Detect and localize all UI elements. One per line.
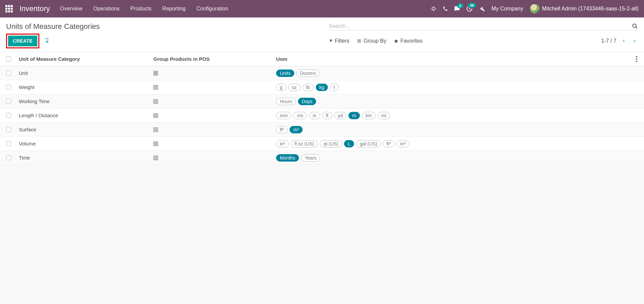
- uom-tag[interactable]: ft³: [383, 140, 394, 147]
- row-checkbox[interactable]: [6, 85, 11, 90]
- uom-tag[interactable]: Days: [298, 98, 316, 105]
- apps-icon[interactable]: [5, 5, 13, 12]
- table-row[interactable]: Length / Distancemmcminftydmkmmi: [0, 108, 644, 123]
- control-panel: Units of Measure Categories CREATE Filte…: [0, 17, 644, 52]
- debug-icon[interactable]: [430, 6, 437, 12]
- uom-tag[interactable]: Years: [301, 154, 320, 162]
- col-uom[interactable]: Uom: [274, 56, 629, 62]
- user-menu[interactable]: Mitchell Admin (17433446-saas-15-2-all): [530, 4, 639, 13]
- row-checkbox[interactable]: [6, 127, 11, 132]
- category-name: Time: [17, 155, 151, 161]
- phone-icon[interactable]: [443, 6, 448, 11]
- col-group-pos[interactable]: Group Products in POS: [151, 56, 274, 62]
- group-pos-checkbox[interactable]: [153, 156, 158, 160]
- search-input[interactable]: [329, 23, 632, 29]
- favorites-label: Favorites: [401, 38, 423, 44]
- uom-tag[interactable]: Units: [276, 70, 294, 77]
- uom-tag[interactable]: g: [276, 84, 286, 91]
- uom-tag[interactable]: qt (US): [320, 140, 342, 147]
- uom-tag[interactable]: L: [344, 140, 354, 147]
- category-name: Working Time: [17, 98, 151, 104]
- group-pos-checkbox[interactable]: [153, 85, 158, 90]
- uom-tag[interactable]: cm: [293, 112, 307, 119]
- uom-tag[interactable]: Months: [276, 154, 299, 162]
- page-title: Units of Measure Categories: [6, 22, 315, 31]
- uom-tag[interactable]: m: [348, 112, 360, 119]
- category-name: Length / Distance: [17, 113, 151, 118]
- table-row[interactable]: Working TimeHoursDays: [0, 94, 644, 108]
- uom-tag[interactable]: lb: [303, 84, 314, 91]
- row-checkbox[interactable]: [6, 71, 11, 76]
- create-button[interactable]: CREATE: [8, 36, 37, 46]
- menu-overview[interactable]: Overview: [60, 6, 83, 12]
- uom-tag[interactable]: km: [362, 112, 376, 119]
- menu-reporting[interactable]: Reporting: [162, 6, 186, 12]
- company-selector[interactable]: My Company: [492, 6, 523, 12]
- uom-tag[interactable]: mm: [276, 112, 291, 119]
- uom-tag[interactable]: in³: [276, 140, 289, 147]
- uom-tag[interactable]: in: [309, 112, 320, 119]
- groupby-label: Group By: [364, 38, 386, 44]
- filters-button[interactable]: Filters: [329, 38, 350, 44]
- uom-tag[interactable]: fl oz (US): [291, 140, 318, 147]
- table-row[interactable]: Surfaceft²m²: [0, 123, 644, 137]
- uom-tags: in³fl oz (US)qt (US)Lgal (US)ft³m³: [276, 140, 627, 147]
- app-brand[interactable]: Inventory: [20, 4, 50, 13]
- row-checkbox[interactable]: [6, 155, 11, 160]
- group-pos-checkbox[interactable]: [153, 99, 158, 104]
- export-icon[interactable]: [44, 38, 50, 44]
- pager-text: 1-7 / 7: [601, 38, 616, 44]
- uom-tag[interactable]: m²: [290, 126, 302, 133]
- table-row[interactable]: Volumein³fl oz (US)qt (US)Lgal (US)ft³m³: [0, 137, 644, 151]
- group-pos-checkbox[interactable]: [153, 113, 158, 118]
- row-checkbox[interactable]: [6, 99, 11, 104]
- pager-next-icon[interactable]: [631, 38, 638, 44]
- pager-prev-icon[interactable]: [620, 38, 627, 44]
- table-row[interactable]: TimeMonthsYears: [0, 151, 644, 165]
- filters-label: Filters: [335, 38, 350, 44]
- uom-tags: gozlbkgt: [276, 84, 627, 91]
- category-name: Surface: [17, 127, 151, 132]
- table-row[interactable]: Weightgozlbkgt: [0, 80, 644, 94]
- menu-operations[interactable]: Operations: [93, 6, 119, 12]
- activities-icon[interactable]: 38: [466, 5, 473, 12]
- uom-tag[interactable]: ft²: [276, 126, 288, 133]
- uom-tags: HoursDays: [276, 98, 627, 105]
- top-navbar: Inventory Overview Operations Products R…: [0, 0, 644, 17]
- uom-tag[interactable]: t: [330, 84, 339, 91]
- row-checkbox[interactable]: [6, 113, 11, 118]
- uom-tags: ft²m²: [276, 126, 627, 133]
- group-pos-checkbox[interactable]: [153, 127, 158, 132]
- menu-configuration[interactable]: Configuration: [196, 6, 228, 12]
- list-view: Unit of Measure Category Group Products …: [0, 52, 644, 165]
- uom-tag[interactable]: ft: [322, 112, 332, 119]
- uom-tag[interactable]: oz: [288, 84, 301, 91]
- column-options-icon[interactable]: [631, 56, 642, 62]
- uom-tag[interactable]: mi: [378, 112, 390, 119]
- uom-tag[interactable]: m³: [396, 140, 409, 147]
- group-pos-checkbox[interactable]: [153, 71, 158, 76]
- user-name: Mitchell Admin (17433446-saas-15-2-all): [542, 6, 639, 12]
- uom-tag[interactable]: yd: [334, 112, 347, 119]
- menu-products[interactable]: Products: [130, 6, 151, 12]
- category-name: Volume: [17, 141, 151, 146]
- group-pos-checkbox[interactable]: [153, 141, 158, 146]
- uom-tag[interactable]: kg: [316, 84, 328, 91]
- favorites-button[interactable]: Favorites: [394, 38, 423, 44]
- table-row[interactable]: UnitUnitsDozens: [0, 66, 644, 80]
- svg-point-0: [432, 7, 435, 10]
- uom-tag[interactable]: gal (US): [356, 140, 381, 147]
- uom-tag[interactable]: Hours: [276, 98, 296, 105]
- select-all-checkbox[interactable]: [6, 56, 11, 61]
- activities-badge: 38: [468, 3, 476, 8]
- uom-tag[interactable]: Dozens: [296, 70, 319, 77]
- systray: 2 38: [430, 5, 485, 12]
- main-menu: Overview Operations Products Reporting C…: [60, 6, 229, 12]
- groupby-button[interactable]: Group By: [357, 38, 386, 44]
- tools-icon[interactable]: [479, 6, 485, 12]
- messages-badge: 2: [457, 3, 463, 8]
- search-icon[interactable]: [632, 23, 638, 29]
- row-checkbox[interactable]: [6, 141, 11, 146]
- col-category[interactable]: Unit of Measure Category: [17, 56, 151, 62]
- messages-icon[interactable]: 2: [454, 6, 460, 12]
